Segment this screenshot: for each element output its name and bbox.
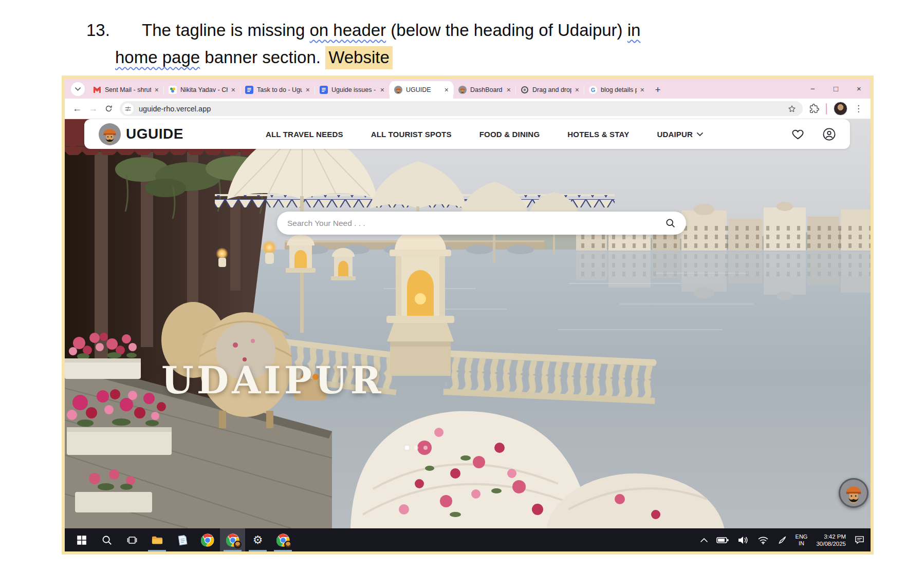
tab-blog-details[interactable]: blog details pag × — [584, 81, 649, 99]
settings-button[interactable]: ⚙ — [245, 528, 270, 551]
carousel-dot[interactable] — [414, 446, 418, 450]
new-tab-button[interactable]: + — [649, 81, 667, 99]
file-explorer-button[interactable] — [144, 528, 170, 551]
windows-start-icon — [76, 535, 87, 546]
nav-label: UDAIPUR — [657, 130, 693, 139]
google-docs-icon — [245, 86, 253, 94]
heart-icon[interactable] — [791, 128, 804, 141]
gmail-icon — [93, 86, 101, 94]
nav-hotels-stay[interactable]: HOTELS & STAY — [567, 130, 629, 139]
browser-menu-icon[interactable]: ⋮ — [854, 103, 863, 114]
chrome-profile-2-button[interactable] — [270, 528, 295, 551]
tab-close-icon[interactable]: × — [507, 86, 511, 94]
page: 13.The tagline is missing on header (bel… — [0, 0, 924, 572]
site-nav: ALL TRAVEL NEEDS ALL TOURIST SPOTS FOOD … — [266, 130, 703, 139]
carousel-dots — [405, 446, 428, 450]
task-view-icon — [126, 535, 138, 546]
web-page: UGUIDE ALL TRAVEL NEEDS ALL TOURIST SPOT… — [65, 119, 871, 528]
chrome-button[interactable] — [195, 528, 220, 551]
site-settings-icon[interactable] — [122, 103, 134, 115]
tab-close-icon[interactable]: × — [640, 86, 644, 94]
maximize-button[interactable]: □ — [824, 84, 847, 93]
tab-uguide-active[interactable]: UGUIDE × — [390, 81, 453, 99]
taskbar-search-button[interactable] — [94, 528, 119, 551]
minimize-button[interactable]: − — [801, 84, 824, 93]
back-icon[interactable]: ← — [72, 103, 82, 114]
tab-close-icon[interactable]: × — [380, 86, 384, 94]
tab-sent-mail[interactable]: Sent Mail - shrut × — [88, 81, 163, 99]
google-g-icon — [589, 86, 597, 94]
language-code: ENG — [796, 533, 808, 540]
date-text: 30/08/2025 — [816, 540, 846, 547]
settings-gear-icon: ⚙ — [253, 533, 263, 546]
browser-window: Sent Mail - shrut × Nikita Yadav - Ch × … — [62, 75, 874, 555]
toolbar-divider — [826, 103, 827, 115]
brand-name[interactable]: UGUIDE — [126, 126, 183, 142]
url-text[interactable]: uguide-rho.vercel.app — [139, 105, 211, 113]
extensions-icon[interactable] — [809, 104, 819, 113]
tab-title: blog details pag — [601, 86, 637, 93]
ring-icon — [521, 86, 529, 94]
tab-close-icon[interactable]: × — [306, 86, 310, 94]
carousel-dot[interactable] — [423, 446, 428, 450]
bookmark-star-icon[interactable] — [787, 104, 797, 113]
site-header: UGUIDE ALL TRAVEL NEEDS ALL TOURIST SPOT… — [84, 119, 850, 149]
windows-taskbar: ⚙ ENG IN 3:42 PM 30 — [65, 528, 871, 551]
tab-nikita-yadav[interactable]: Nikita Yadav - Ch × — [164, 81, 240, 99]
uguide-logo-icon[interactable] — [99, 123, 121, 145]
doc-text-highlighted: Website — [325, 46, 393, 69]
tab-strip: Sent Mail - shrut × Nikita Yadav - Ch × … — [65, 79, 871, 99]
notepad-button[interactable] — [170, 528, 195, 551]
forward-icon[interactable]: → — [88, 103, 98, 114]
task-view-button[interactable] — [119, 528, 144, 551]
tab-close-icon[interactable]: × — [155, 86, 159, 94]
doc-item-line1: 13.The tagline is missing on header (bel… — [86, 21, 640, 40]
contact-icon — [169, 86, 177, 94]
clock[interactable]: 3:42 PM 30/08/2025 — [816, 533, 846, 547]
start-button[interactable] — [69, 528, 94, 551]
tray-chevron-up-icon[interactable] — [700, 538, 708, 542]
time-text: 3:42 PM — [816, 533, 846, 540]
system-tray: ENG IN 3:42 PM 30/08/2025 — [700, 528, 871, 551]
battery-icon[interactable] — [716, 537, 729, 544]
tab-title: DashBoard — [470, 86, 503, 93]
tab-close-icon[interactable]: × — [445, 86, 449, 94]
tab-uguide-issues[interactable]: Uguide issues - C × — [315, 81, 389, 99]
tab-close-icon[interactable]: × — [575, 86, 579, 94]
chat-mascot-avatar[interactable] — [839, 478, 868, 508]
tab-title: Sent Mail - shrut — [105, 86, 151, 93]
uguide-favicon-icon — [394, 86, 402, 94]
nav-food-dining[interactable]: FOOD & DINING — [479, 130, 540, 139]
chrome-profile-badge — [234, 541, 242, 548]
language-indicator[interactable]: ENG IN — [796, 533, 808, 547]
reload-icon[interactable] — [104, 104, 113, 113]
carousel-dot[interactable] — [405, 446, 409, 450]
omnibox[interactable]: uguide-rho.vercel.app — [120, 101, 803, 116]
action-center-icon[interactable] — [855, 536, 864, 544]
close-button[interactable]: × — [847, 84, 871, 93]
nav-all-travel-needs[interactable]: ALL TRAVEL NEEDS — [266, 130, 343, 139]
search-icon[interactable] — [665, 218, 676, 228]
hero-image — [65, 119, 871, 528]
pen-icon[interactable] — [778, 536, 787, 545]
nav-all-tourist-spots[interactable]: ALL TOURIST SPOTS — [371, 130, 452, 139]
tab-task-to-do[interactable]: Task to do - Ugu × — [241, 81, 315, 99]
account-icon[interactable] — [823, 128, 836, 141]
volume-icon[interactable] — [737, 536, 749, 544]
tab-drag-and-drop[interactable]: Drag and drop c × — [516, 81, 584, 99]
nav-udaipur-dropdown[interactable]: UDAIPUR — [657, 130, 703, 139]
tab-dashboard[interactable]: DashBoard × — [454, 81, 515, 99]
doc-text: (below the heading of Udaipur) — [386, 21, 627, 40]
doc-text-grammar: in — [627, 21, 641, 40]
wifi-icon[interactable] — [757, 536, 769, 544]
tab-title: Task to do - Ugu — [257, 86, 302, 93]
browser-profile-avatar[interactable] — [834, 102, 847, 116]
tab-title: Drag and drop c — [532, 86, 571, 93]
doc-text: banner section. — [200, 48, 325, 67]
doc-text-grammar: home page — [115, 48, 200, 67]
chrome-profile-1-button[interactable] — [220, 528, 245, 551]
tab-search-chevron-button[interactable] — [71, 82, 85, 96]
search-input[interactable]: Search Your Need . . . — [277, 212, 686, 235]
tab-close-icon[interactable]: × — [231, 86, 235, 94]
taskbar-search-icon — [101, 535, 113, 546]
